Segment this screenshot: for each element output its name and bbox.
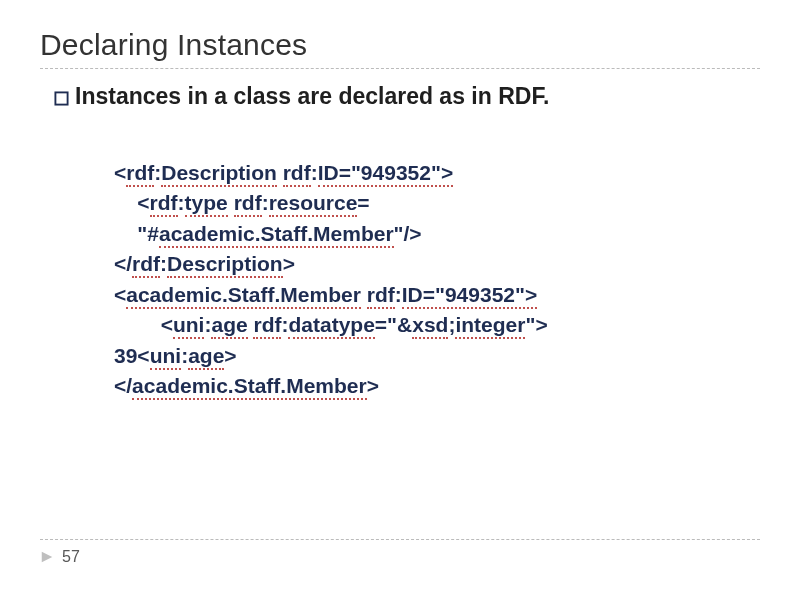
footer-divider: [40, 539, 760, 540]
code-line: <uni:age rdf:datatype="&xsd;integer">: [114, 310, 760, 340]
page-number: 57: [62, 548, 80, 566]
page-indicator: 57: [40, 548, 760, 566]
slide-title: Declaring Instances: [40, 28, 760, 62]
code-block: <rdf:Description rdf:ID="949352"> <rdf:t…: [114, 158, 760, 402]
svg-marker-1: [42, 552, 53, 563]
bullet-text: Instances in a class are declared as in …: [75, 83, 549, 110]
code-line: </rdf:Description>: [114, 249, 760, 279]
code-line: <rdf:type rdf:resource=: [114, 188, 760, 218]
code-line: <academic.Staff.Member rdf:ID="949352">: [114, 280, 760, 310]
code-line: "#academic.Staff.Member"/>: [114, 219, 760, 249]
code-line: <rdf:Description rdf:ID="949352">: [114, 158, 760, 188]
code-line: 39<uni:age>: [114, 341, 760, 371]
code-line: </academic.Staff.Member>: [114, 371, 760, 401]
title-divider: [40, 68, 760, 69]
square-bullet-icon: [54, 91, 69, 106]
bullet-item: Instances in a class are declared as in …: [54, 83, 760, 110]
svg-rect-0: [55, 92, 67, 104]
play-arrow-icon: [40, 550, 54, 564]
